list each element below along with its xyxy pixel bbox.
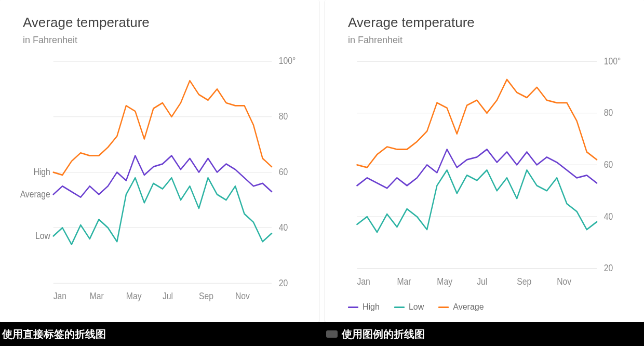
- x-tick-label: Jul: [477, 276, 487, 287]
- chart-svg-left: 20406080100°JanMarMayJulSepNovHighAverag…: [17, 50, 302, 312]
- caption-left: 使用直接标签的折线图: [0, 327, 322, 341]
- chart-subtitle: in Fahrenheit: [23, 35, 302, 46]
- x-tick-label: Nov: [235, 291, 250, 301]
- y-tick-label: 60: [604, 159, 613, 170]
- y-tick-label: 80: [604, 108, 613, 118]
- cards-row: Average temperature in Fahrenheit 204060…: [0, 0, 644, 322]
- chart-card-inline-labels: Average temperature in Fahrenheit 204060…: [0, 0, 319, 322]
- x-tick-label: Jul: [163, 291, 173, 301]
- x-tick-label: Sep: [199, 291, 213, 301]
- inline-label-average: Average: [20, 189, 50, 199]
- y-tick-label: 20: [604, 263, 613, 273]
- x-tick-label: Mar: [90, 291, 104, 301]
- x-tick-label: Sep: [517, 276, 531, 287]
- y-tick-label: 40: [279, 222, 288, 233]
- legend-label: High: [363, 302, 380, 312]
- y-tick-label: 40: [604, 211, 613, 222]
- y-tick-label: 80: [279, 111, 288, 122]
- chart-svg-right: 20406080100°JanMarMayJulSepNov: [342, 50, 627, 297]
- x-tick-label: Mar: [397, 276, 411, 287]
- series-high: [357, 150, 597, 189]
- y-tick-label: 60: [279, 167, 288, 177]
- inline-label-high: High: [34, 167, 50, 177]
- x-tick-label: Jan: [357, 276, 370, 287]
- watermark-icon: [326, 330, 338, 338]
- x-tick-label: Jan: [53, 291, 66, 301]
- series-average: [53, 156, 272, 197]
- chart-area: 20406080100°JanMarMayJulSepNovHighAverag…: [17, 50, 302, 312]
- legend-label: Average: [453, 302, 484, 312]
- legend-label: Low: [409, 302, 424, 312]
- chart-subtitle: in Fahrenheit: [348, 35, 627, 46]
- y-tick-label: 20: [279, 278, 288, 288]
- x-tick-label: May: [126, 291, 142, 301]
- y-tick-label: 100°: [279, 56, 296, 66]
- chart-title: Average temperature: [348, 15, 627, 31]
- x-tick-label: Nov: [557, 276, 572, 287]
- legend-item-average: Average: [438, 302, 484, 312]
- series-high: [53, 81, 272, 175]
- page: Average temperature in Fahrenheit 204060…: [0, 0, 644, 346]
- chart-legend: HighLowAverage: [342, 297, 627, 312]
- x-tick-label: May: [437, 276, 452, 287]
- legend-swatch-icon: [348, 307, 358, 308]
- chart-area: 20406080100°JanMarMayJulSepNov: [342, 50, 627, 297]
- legend-item-low: Low: [394, 302, 424, 312]
- y-tick-label: 100°: [604, 56, 621, 66]
- caption-right-text: 使用图例的折线图: [342, 328, 425, 340]
- series-low: [357, 170, 597, 232]
- chart-card-legend: Average temperature in Fahrenheit 204060…: [325, 0, 644, 322]
- legend-item-high: High: [348, 302, 380, 312]
- caption-right: 使用图例的折线图: [322, 327, 644, 341]
- legend-swatch-icon: [394, 307, 405, 308]
- series-average: [357, 79, 597, 167]
- series-low: [53, 178, 272, 244]
- caption-bar: 使用直接标签的折线图 使用图例的折线图: [0, 322, 644, 346]
- legend-swatch-icon: [438, 307, 449, 308]
- chart-title: Average temperature: [23, 15, 302, 31]
- inline-label-low: Low: [35, 231, 51, 241]
